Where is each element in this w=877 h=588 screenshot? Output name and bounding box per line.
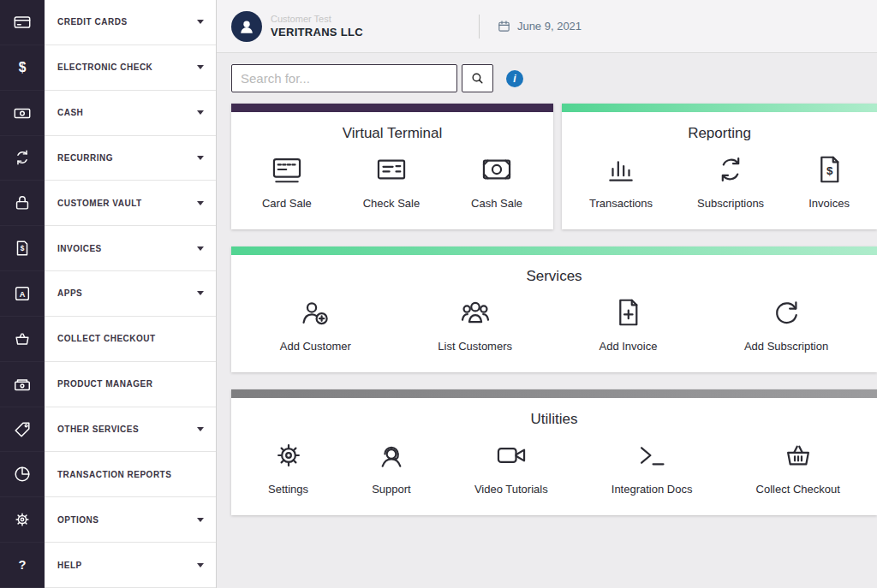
card-title-reporting: Reporting — [562, 125, 877, 142]
sidebar-item-cash[interactable]: CASH — [45, 91, 216, 136]
rail-recurring[interactable] — [0, 136, 45, 181]
sidebar-icon-rail: $ $ A ? — [0, 0, 45, 588]
sidebar-item-electronic-check[interactable]: ELECTRONIC CHECK — [45, 45, 216, 91]
card-sale-icon — [271, 153, 303, 186]
add-customer-icon — [299, 296, 331, 329]
virtual-terminal-accent-strip — [231, 104, 553, 112]
sidebar-menu: CREDIT CARDS ELECTRONIC CHECK CASH RECUR… — [45, 0, 217, 588]
lock-icon — [13, 193, 32, 212]
sidebar-item-product-manager[interactable]: PRODUCT MANAGER — [45, 362, 216, 407]
sidebar-item-credit-cards[interactable]: CREDIT CARDS — [45, 0, 216, 45]
rail-invoices[interactable]: $ — [0, 226, 45, 271]
utilities-card: Utilities Settings Support Video Tuto — [231, 389, 877, 515]
info-icon[interactable]: i — [506, 70, 523, 87]
reporting-accent-strip — [562, 104, 877, 112]
chevron-down-icon — [197, 246, 204, 251]
rail-apps[interactable]: A — [0, 271, 45, 317]
chevron-down-icon — [197, 201, 204, 205]
svg-text:$: $ — [826, 164, 833, 177]
calendar-icon — [497, 19, 511, 33]
tile-add-subscription[interactable]: Add Subscription — [744, 296, 828, 353]
svg-text:A: A — [20, 290, 26, 299]
rail-options[interactable] — [0, 497, 45, 543]
tile-support[interactable]: Support — [372, 439, 411, 496]
chevron-down-icon — [197, 291, 204, 295]
chevron-down-icon — [197, 156, 204, 160]
tile-settings[interactable]: Settings — [268, 439, 308, 496]
tile-transactions[interactable]: Transactions — [589, 153, 653, 210]
search-icon — [470, 71, 485, 86]
chevron-down-icon — [197, 518, 204, 522]
basket-icon — [13, 330, 32, 348]
sidebar-item-apps[interactable]: APPS — [45, 271, 216, 317]
tile-card-sale[interactable]: Card Sale — [262, 153, 312, 210]
svg-text:?: ? — [19, 558, 27, 572]
sidebar-item-collect-checkout[interactable]: COLLECT CHECKOUT — [45, 317, 216, 362]
chevron-down-icon — [197, 65, 204, 69]
rail-help[interactable]: ? — [0, 543, 45, 588]
rail-collect-checkout[interactable] — [0, 317, 45, 362]
top-header: Customer Test VERITRANS LLC June 9, 2021 — [217, 0, 877, 53]
sidebar-item-other-services[interactable]: OTHER SERVICES — [45, 407, 216, 453]
rail-credit-cards[interactable] — [0, 0, 45, 45]
bar-chart-icon — [605, 153, 637, 186]
date-text: June 9, 2021 — [517, 20, 582, 33]
dashboard-content: i Virtual Terminal Card Sale Check Sale — [217, 53, 877, 588]
apps-icon: A — [13, 284, 32, 303]
sidebar-item-help[interactable]: HELP — [45, 543, 216, 588]
cash-drawer-icon — [13, 375, 32, 394]
user-avatar[interactable] — [231, 11, 262, 42]
tile-video-tutorials[interactable]: Video Tutorials — [474, 439, 548, 496]
card-title-services: Services — [231, 268, 877, 285]
search-input[interactable] — [231, 64, 457, 92]
tile-add-invoice[interactable]: Add Invoice — [600, 296, 658, 353]
cash-icon — [13, 104, 32, 122]
invoice-icon: $ — [13, 239, 32, 258]
tile-integration-docs[interactable]: Integration Docs — [612, 439, 693, 496]
tile-invoices[interactable]: $ Invoices — [808, 153, 850, 210]
date-display: June 9, 2021 — [497, 19, 582, 33]
gear-icon — [272, 439, 305, 472]
tile-cash-sale[interactable]: Cash Sale — [471, 153, 522, 210]
svg-text:$: $ — [21, 245, 25, 252]
support-icon — [375, 439, 408, 472]
sidebar-item-transaction-reports[interactable]: TRANSACTION REPORTS — [45, 452, 216, 497]
rail-product-manager[interactable] — [0, 362, 45, 407]
tile-check-sale[interactable]: Check Sale — [363, 153, 420, 210]
basket-icon — [782, 439, 814, 472]
sidebar-item-options[interactable]: OPTIONS — [45, 497, 216, 543]
sidebar-item-customer-vault[interactable]: CUSTOMER VAULT — [45, 181, 216, 226]
redo-icon — [770, 296, 802, 329]
tag-icon — [13, 420, 32, 439]
rail-cash[interactable] — [0, 91, 45, 136]
customer-label: Customer Test — [271, 14, 363, 24]
search-button[interactable] — [462, 64, 493, 92]
sidebar-item-recurring[interactable]: RECURRING — [45, 136, 216, 181]
person-icon — [237, 17, 256, 36]
check-sale-icon — [375, 153, 408, 186]
add-invoice-icon — [612, 296, 644, 329]
video-icon — [495, 439, 528, 472]
tile-collect-checkout[interactable]: Collect Checkout — [756, 439, 840, 496]
tile-subscriptions[interactable]: Subscriptions — [697, 153, 764, 210]
rail-electronic-check[interactable]: $ — [0, 45, 45, 91]
reporting-card: Reporting Transactions Subscriptions $ — [562, 104, 877, 229]
tile-add-customer[interactable]: Add Customer — [280, 296, 351, 353]
dollar-icon: $ — [13, 58, 32, 77]
terminal-icon — [635, 439, 668, 472]
tile-list-customers[interactable]: List Customers — [438, 296, 512, 353]
invoice-dollar-icon: $ — [813, 153, 845, 186]
services-card: Services Add Customer List Customers — [231, 246, 877, 372]
cash-sale-icon — [480, 153, 513, 186]
rail-customer-vault[interactable] — [0, 181, 45, 226]
sidebar-item-invoices[interactable]: INVOICES — [45, 226, 216, 271]
recurring-icon — [13, 148, 32, 167]
virtual-terminal-card: Virtual Terminal Card Sale Check Sale — [231, 104, 553, 229]
rail-transaction-reports[interactable] — [0, 452, 45, 497]
rail-other-services[interactable] — [0, 407, 45, 453]
card-title-utilities: Utilities — [231, 411, 877, 428]
question-icon: ? — [13, 555, 32, 574]
services-accent-strip — [231, 246, 877, 255]
company-name: VERITRANS LLC — [271, 26, 363, 39]
chevron-down-icon — [197, 563, 204, 567]
